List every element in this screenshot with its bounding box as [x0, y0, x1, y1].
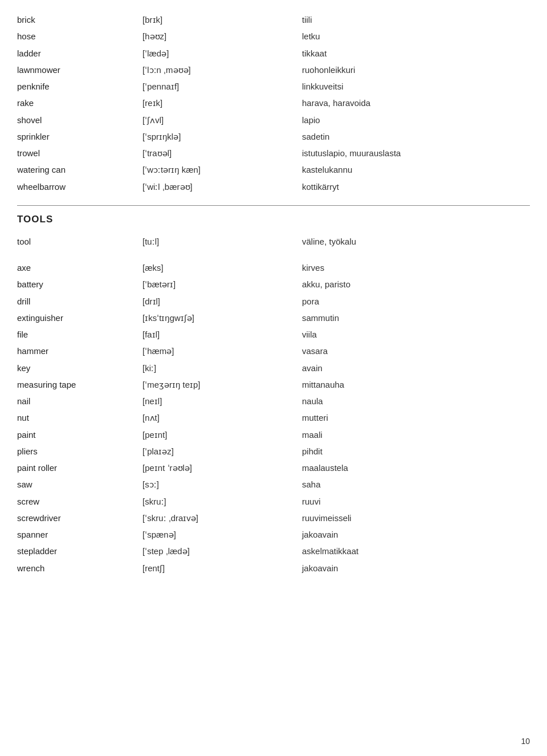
table-row: stepladder [ˈstep ˌlædə] askelmatikkaat: [17, 543, 530, 559]
table-row: watering can [ˈwɔːtərɪŋ kæn] kastelukann…: [17, 161, 530, 178]
word-cell: wrench: [17, 560, 142, 576]
phonetic-cell: [nʌt]: [142, 409, 302, 426]
word-cell: lawnmower: [17, 62, 142, 78]
translation-cell: saha: [302, 476, 530, 493]
phonetic-cell: [peɪnt]: [142, 426, 302, 443]
translation-cell: pihdit: [302, 443, 530, 460]
table-row: spanner [ˈspænə] jakoavain: [17, 526, 530, 543]
phonetic-cell: [ˈwiːl ˌbærəʊ]: [142, 178, 302, 195]
translation-cell: lapio: [302, 112, 530, 128]
word-cell: key: [17, 360, 142, 376]
word-cell: brick: [17, 11, 142, 28]
phonetic-cell: [ˈstep ˌlædə]: [142, 543, 302, 559]
word-cell: file: [17, 326, 142, 343]
word-cell: stepladder: [17, 543, 142, 559]
word-cell: measuring tape: [17, 376, 142, 393]
table-row: paint roller [peɪnt ˈrəʊlə] maalaustela: [17, 460, 530, 476]
table-row: nut [nʌt] mutteri: [17, 409, 530, 426]
word-cell: trowel: [17, 145, 142, 161]
phonetic-cell: [ˈplaɪəz]: [142, 443, 302, 460]
phonetic-cell: [ˈtraʊəl]: [142, 145, 302, 161]
table-row: wrench [rentʃ] jakoavain: [17, 560, 530, 576]
page-number: 10: [521, 737, 530, 746]
phonetic-cell: [ˈlɔːn ˌməʊə]: [142, 62, 302, 78]
phonetic-cell: [ˈbætərɪ]: [142, 276, 302, 292]
word-cell: paint: [17, 426, 142, 443]
word-cell: shovel: [17, 112, 142, 128]
phonetic-cell: [drɪl]: [142, 293, 302, 310]
word-cell: drill: [17, 293, 142, 310]
translation-cell: istutuslapio, muurauslasta: [302, 145, 530, 161]
table-row: drill [drɪl] pora: [17, 293, 530, 310]
word-cell: sprinkler: [17, 128, 142, 145]
tools-header-table: tool [tuːl] väline, työkalu: [17, 233, 530, 250]
word-cell: extinguisher: [17, 310, 142, 326]
translation-cell: akku, paristo: [302, 276, 530, 292]
phonetic-cell: [kiː]: [142, 360, 302, 376]
tools-section-title: TOOLS: [17, 214, 530, 225]
table-row: screw [skruː] ruuvi: [17, 493, 530, 510]
translation-cell: ruuvimeisseli: [302, 510, 530, 526]
translation-cell: tiili: [302, 11, 530, 28]
table-row: wheelbarrow [ˈwiːl ˌbærəʊ] kottikärryt: [17, 178, 530, 195]
translation-cell: tikkaat: [302, 45, 530, 62]
table-row: file [faɪl] viila: [17, 326, 530, 343]
word-cell: saw: [17, 476, 142, 493]
translation-cell: mutteri: [302, 409, 530, 426]
phonetic-cell: [ˈlædə]: [142, 45, 302, 62]
translation-cell: ruohonleikkuri: [302, 62, 530, 78]
phonetic-cell: [faɪl]: [142, 326, 302, 343]
table-row: trowel [ˈtraʊəl] istutuslapio, muurausla…: [17, 145, 530, 161]
table-row: paint [peɪnt] maali: [17, 426, 530, 443]
phonetic-cell: [peɪnt ˈrəʊlə]: [142, 460, 302, 476]
translation-cell: jakoavain: [302, 560, 530, 576]
table-row: battery [ˈbætərɪ] akku, paristo: [17, 276, 530, 292]
table-row: brick [brɪk] tiili: [17, 11, 530, 28]
translation-cell: jakoavain: [302, 526, 530, 543]
translation-cell: linkkuveitsi: [302, 78, 530, 95]
phonetic-cell: [ˈwɔːtərɪŋ kæn]: [142, 161, 302, 178]
translation-cell: sammutin: [302, 310, 530, 326]
translation-cell: naula: [302, 393, 530, 409]
table-row: nail [neɪl] naula: [17, 393, 530, 409]
tool-header-row: tool [tuːl] väline, työkalu: [17, 233, 530, 250]
phonetic-cell: [rentʃ]: [142, 560, 302, 576]
translation-cell: letku: [302, 28, 530, 44]
phonetic-cell: [brɪk]: [142, 11, 302, 28]
phonetic-cell: [ˈʃʌvl]: [142, 112, 302, 128]
word-cell: penknife: [17, 78, 142, 95]
translation-cell: mittanauha: [302, 376, 530, 393]
phonetic-cell: [ɪksˈtɪŋgwɪʃə]: [142, 310, 302, 326]
table-row: extinguisher [ɪksˈtɪŋgwɪʃə] sammutin: [17, 310, 530, 326]
translation-cell: kastelukannu: [302, 161, 530, 178]
word-cell: pliers: [17, 443, 142, 460]
table-row: rake [reɪk] harava, haravoida: [17, 95, 530, 111]
translation-cell: maalaustela: [302, 460, 530, 476]
table-row: hose [həʊz] letku: [17, 28, 530, 44]
translation-cell: avain: [302, 360, 530, 376]
table-row: measuring tape [ˈmeʒərɪŋ teɪp] mittanauh…: [17, 376, 530, 393]
table-row: hammer [ˈhæmə] vasara: [17, 343, 530, 359]
phonetic-cell: [skruː]: [142, 493, 302, 510]
word-cell: paint roller: [17, 460, 142, 476]
phonetic-cell: [ˈmeʒərɪŋ teɪp]: [142, 376, 302, 393]
translation-cell: vasara: [302, 343, 530, 359]
phonetic-cell: [neɪl]: [142, 393, 302, 409]
phonetic-cell: [ˈspænə]: [142, 526, 302, 543]
phonetic-cell: [həʊz]: [142, 28, 302, 44]
section-divider: [17, 205, 530, 206]
translation-cell: pora: [302, 293, 530, 310]
table-row: key [kiː] avain: [17, 360, 530, 376]
table-row: shovel [ˈʃʌvl] lapio: [17, 112, 530, 128]
word-cell: spanner: [17, 526, 142, 543]
translation-cell: sadetin: [302, 128, 530, 145]
table-row: screwdriver [ˈskruː ˌdraɪvə] ruuvimeisse…: [17, 510, 530, 526]
table-row: lawnmower [ˈlɔːn ˌməʊə] ruohonleikkuri: [17, 62, 530, 78]
tools-vocabulary-table: axe [æks] kirves battery [ˈbætərɪ] akku,…: [17, 259, 530, 576]
word-cell: screwdriver: [17, 510, 142, 526]
table-row: pliers [ˈplaɪəz] pihdit: [17, 443, 530, 460]
word-cell: hose: [17, 28, 142, 44]
translation-cell: kottikärryt: [302, 178, 530, 195]
phonetic-cell: [ˈhæmə]: [142, 343, 302, 359]
table-row: sprinkler [ˈsprɪŋklə] sadetin: [17, 128, 530, 145]
